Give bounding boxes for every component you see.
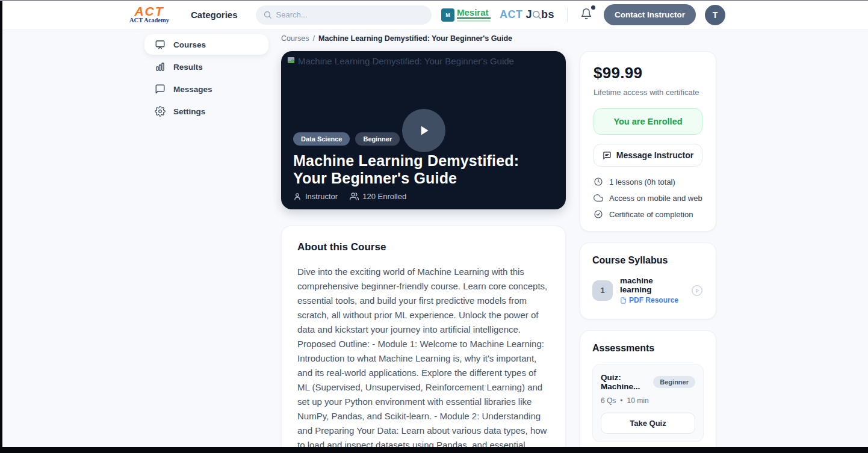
bar-chart-icon xyxy=(155,61,166,72)
feature-label: Certificate of completion xyxy=(609,210,693,219)
breadcrumb-separator: / xyxy=(313,34,315,43)
feature-label: Access on mobile and web xyxy=(609,194,702,203)
search-icon xyxy=(263,10,272,19)
feature-access: Access on mobile and web xyxy=(594,193,702,203)
notifications-button[interactable] xyxy=(580,8,592,22)
hero-meta: Instructor 120 Enrolled xyxy=(293,192,554,201)
feature-lessons: 1 lessons (0h total) xyxy=(594,177,702,186)
cloud-icon xyxy=(594,193,603,203)
about-course-card: About this Course Dive into the exciting… xyxy=(281,226,566,453)
pdf-resource-label: PDF Resource xyxy=(629,296,678,304)
contact-instructor-button[interactable]: Contact Instructor xyxy=(604,4,696,25)
breadcrumb: Courses / Machine Learning Demystified: … xyxy=(281,34,566,43)
bell-icon xyxy=(580,8,592,20)
users-icon xyxy=(350,192,359,201)
course-hero-banner: Machine Learning Demystified: Your Begin… xyxy=(281,51,566,209)
main-column: Courses / Machine Learning Demystified: … xyxy=(281,30,566,453)
act-academy-logo-text: ACT Academy xyxy=(129,17,169,23)
lesson-title: machine learning xyxy=(620,276,683,294)
window-bottom-edge xyxy=(0,447,868,453)
feature-label: 1 lessons (0h total) xyxy=(609,177,675,186)
act-academy-logo[interactable]: ACT ACT Academy xyxy=(129,6,169,23)
enrolled-count: 120 Enrolled xyxy=(362,192,406,201)
notification-dot xyxy=(591,5,595,10)
course-syllabus-card: Course Syllabus 1 machine learning PDF R… xyxy=(580,242,716,319)
clock-icon xyxy=(594,177,603,186)
lesson-play-button[interactable] xyxy=(690,284,704,297)
person-icon xyxy=(293,193,302,201)
act-jobs-logo[interactable]: ACTJ bs xyxy=(500,8,554,21)
gear-icon xyxy=(155,106,166,117)
lesson-number: 1 xyxy=(592,280,613,301)
course-title: Machine Learning Demystified: Your Begin… xyxy=(293,152,554,186)
enrolled-status-badge: You are Enrolled xyxy=(594,108,702,135)
category-badge: Data Science xyxy=(293,132,350,146)
user-avatar[interactable]: T xyxy=(705,5,725,25)
quiz-title: Quiz: Machine... xyxy=(601,373,653,391)
course-price: $99.99 xyxy=(594,64,702,82)
act-jobs-logo-bs: bs xyxy=(541,8,554,21)
quiz-meta: 6 Qs • 10 min xyxy=(601,396,695,405)
mesirat-icon: M xyxy=(441,8,454,22)
play-circle-icon xyxy=(690,284,704,297)
sidebar-item-courses[interactable]: Courses xyxy=(144,34,268,55)
syllabus-title: Course Syllabus xyxy=(592,255,704,266)
mesirat-logo[interactable]: M Mesirat xyxy=(441,8,491,22)
sidebar-item-label: Courses xyxy=(173,40,206,49)
sidebar-item-results[interactable]: Results xyxy=(144,57,268,77)
assessments-title: Assessments xyxy=(592,343,704,354)
magnifier-icon xyxy=(532,10,541,20)
act-jobs-logo-act: ACT xyxy=(500,8,523,21)
app-window: ACT ACT Academy Categories M Mesirat ACT… xyxy=(0,0,868,453)
pricing-card: $99.99 Lifetime access with certificate … xyxy=(580,51,716,232)
hero-alt-text: Machine Learning Demystified: Your Begin… xyxy=(298,56,514,66)
enrolled-meta: 120 Enrolled xyxy=(350,192,406,201)
sidebar-item-messages[interactable]: Messages xyxy=(144,79,268,99)
instructor-meta: Instructor xyxy=(293,192,338,201)
sidebar-item-label: Settings xyxy=(173,107,205,116)
quiz-item: Quiz: Machine... Beginner 6 Qs • 10 min … xyxy=(592,364,704,442)
chat-bubble-icon xyxy=(155,84,166,94)
hero-info: Data Science Beginner Machine Learning D… xyxy=(293,132,554,201)
level-badge: Beginner xyxy=(355,132,400,146)
board-icon xyxy=(155,39,166,50)
about-title: About this Course xyxy=(297,241,550,253)
window-left-edge xyxy=(0,1,2,453)
message-instructor-button[interactable]: Message Instructor xyxy=(594,144,702,167)
take-quiz-button[interactable]: Take Quiz xyxy=(601,413,695,434)
act-academy-logo-mark: ACT xyxy=(134,6,164,17)
right-column: $99.99 Lifetime access with certificate … xyxy=(580,30,716,453)
sidebar-item-label: Messages xyxy=(173,85,212,94)
categories-button[interactable]: Categories xyxy=(191,10,238,20)
mesirat-tagline xyxy=(457,20,491,22)
sidebar-item-settings[interactable]: Settings xyxy=(144,101,268,122)
broken-image-icon xyxy=(287,56,296,65)
sidebar: Courses Results Messages Settings xyxy=(144,30,268,453)
message-instructor-label: Message Instructor xyxy=(616,150,693,160)
search-input[interactable] xyxy=(276,10,424,19)
instructor-label: Instructor xyxy=(305,192,338,201)
quiz-meta-dot: • xyxy=(620,396,622,405)
header-divider xyxy=(567,8,568,22)
quiz-duration: 10 min xyxy=(627,396,649,405)
assessments-card: Assessments Quiz: Machine... Beginner 6 … xyxy=(580,330,716,453)
file-icon xyxy=(620,297,627,304)
hero-broken-image: Machine Learning Demystified: Your Begin… xyxy=(287,56,514,66)
quiz-question-count: 6 Qs xyxy=(601,396,616,405)
search-bar[interactable] xyxy=(256,5,432,25)
syllabus-item[interactable]: 1 machine learning PDF Resource xyxy=(592,276,704,304)
pdf-resource-link[interactable]: PDF Resource xyxy=(620,296,683,304)
header: ACT ACT Academy Categories M Mesirat ACT… xyxy=(0,0,868,30)
quiz-level-badge: Beginner xyxy=(653,376,695,388)
mesirat-logo-text: Mesirat xyxy=(457,8,491,19)
chat-bubble-icon xyxy=(603,151,612,160)
window-top-border xyxy=(0,0,868,1)
breadcrumb-current: Machine Learning Demystified: Your Begin… xyxy=(318,34,512,43)
breadcrumb-courses-link[interactable]: Courses xyxy=(281,34,309,43)
price-subtitle: Lifetime access with certificate xyxy=(594,88,702,97)
sidebar-item-label: Results xyxy=(173,63,203,72)
feature-certificate: Certificate of completion xyxy=(594,209,702,219)
check-circle-icon xyxy=(594,209,603,219)
about-description: Dive into the exciting world of Machine … xyxy=(297,265,550,453)
hero-badges: Data Science Beginner xyxy=(293,132,554,146)
